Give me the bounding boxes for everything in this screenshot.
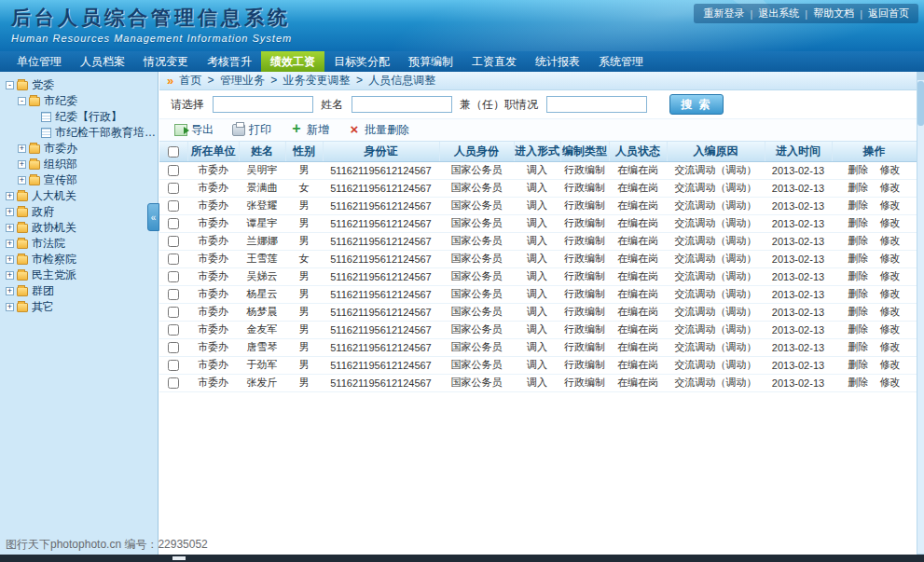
row-checkbox[interactable]: [168, 200, 179, 212]
delete-link[interactable]: 删除: [848, 288, 869, 299]
select-all-checkbox[interactable]: [168, 146, 179, 158]
row-checkbox[interactable]: [168, 289, 179, 300]
nav-item-6[interactable]: 目标奖分配: [324, 51, 399, 72]
tree-item[interactable]: -市纪委: [0, 93, 158, 109]
delete-link[interactable]: 删除: [848, 182, 869, 193]
delete-link[interactable]: 删除: [848, 217, 869, 228]
delete-link[interactable]: 删除: [848, 341, 869, 352]
nav-item-3[interactable]: 情况变更: [134, 51, 198, 72]
edit-link[interactable]: 修改: [880, 306, 901, 317]
top-link-4[interactable]: 返回首页: [868, 7, 909, 21]
delete-link[interactable]: 删除: [848, 199, 869, 211]
tree-item[interactable]: 纪委【行政】: [0, 109, 158, 125]
tree-expander-icon[interactable]: +: [6, 192, 14, 200]
row-checkbox[interactable]: [168, 360, 179, 371]
delete-link[interactable]: 删除: [848, 306, 869, 317]
tree-item[interactable]: +组织部: [0, 157, 158, 172]
breadcrumb-item-1[interactable]: 首页: [179, 74, 201, 87]
delete-link[interactable]: 删除: [848, 235, 869, 246]
tree-item[interactable]: +其它: [0, 299, 158, 315]
nav-item-8[interactable]: 工资直发: [462, 51, 526, 72]
breadcrumb-item-3[interactable]: 业务变更调整: [283, 74, 351, 87]
edit-link[interactable]: 修改: [880, 341, 901, 352]
row-checkbox[interactable]: [168, 324, 179, 336]
row-checkbox[interactable]: [168, 271, 179, 282]
row-checkbox[interactable]: [168, 218, 179, 229]
edit-link[interactable]: 修改: [880, 359, 901, 370]
toolbar-add-button[interactable]: 新增: [283, 122, 337, 138]
nav-item-9[interactable]: 统计报表: [526, 51, 589, 72]
row-checkbox[interactable]: [168, 377, 179, 389]
cell-date: 2013-02-13: [765, 161, 832, 179]
row-checkbox[interactable]: [168, 254, 179, 265]
tree-item[interactable]: +市法院: [0, 236, 158, 252]
toolbar-print-button[interactable]: 打印: [225, 122, 279, 138]
edit-link[interactable]: 修改: [880, 235, 901, 246]
search-input-3[interactable]: [546, 96, 647, 113]
tree-item[interactable]: +市委办: [0, 141, 158, 157]
edit-link[interactable]: 修改: [880, 182, 901, 193]
row-checkbox[interactable]: [168, 183, 179, 194]
tree-expander-icon[interactable]: +: [6, 271, 14, 280]
row-checkbox[interactable]: [168, 342, 179, 353]
tree-expander-icon[interactable]: -: [18, 97, 26, 105]
tree-item[interactable]: +政协机关: [0, 220, 158, 236]
search-button[interactable]: 搜 索: [669, 94, 724, 115]
tree-item[interactable]: 市纪检干部教育培训中心: [0, 125, 158, 141]
nav-item-7[interactable]: 预算编制: [399, 51, 462, 72]
tree-item[interactable]: +政府: [0, 204, 158, 220]
nav-item-5[interactable]: 绩效工资: [261, 51, 324, 72]
tree-expander-icon[interactable]: +: [6, 240, 14, 248]
edit-link[interactable]: 修改: [880, 288, 901, 299]
nav-item-4[interactable]: 考核晋升: [198, 51, 261, 72]
top-link-1[interactable]: 重新登录: [703, 7, 744, 21]
tree-expander-icon[interactable]: +: [6, 208, 14, 216]
top-link-2[interactable]: 退出系统: [758, 7, 799, 21]
tree-expander-icon[interactable]: +: [6, 287, 14, 295]
edit-link[interactable]: 修改: [880, 164, 901, 175]
nav-item-10[interactable]: 系统管理: [589, 51, 653, 72]
tree-item[interactable]: +民主党派: [0, 267, 158, 283]
delete-link[interactable]: 删除: [848, 323, 869, 335]
tree-expander-icon[interactable]: +: [6, 255, 14, 264]
edit-link[interactable]: 修改: [880, 199, 901, 211]
tree-item[interactable]: +群团: [0, 283, 158, 299]
search-input-2[interactable]: [352, 96, 452, 113]
sidebar-collapse-handle[interactable]: «: [147, 203, 159, 231]
row-checkbox[interactable]: [168, 165, 179, 176]
edit-link[interactable]: 修改: [880, 377, 901, 388]
breadcrumb-item-2[interactable]: 管理业务: [220, 74, 265, 87]
folder-icon: [17, 255, 28, 265]
edit-link[interactable]: 修改: [880, 323, 901, 335]
toolbar-export-button[interactable]: 导出: [167, 122, 221, 138]
nav-item-2[interactable]: 人员档案: [71, 51, 134, 72]
tree-item[interactable]: -党委: [0, 77, 158, 93]
tree-expander-icon[interactable]: +: [18, 144, 26, 153]
edit-link[interactable]: 修改: [880, 217, 901, 228]
tree-expander-icon[interactable]: +: [18, 176, 26, 185]
nav-item-1[interactable]: 单位管理: [7, 51, 71, 72]
toolbar-batch-delete-button[interactable]: 批量删除: [340, 122, 417, 138]
scrollbar-thumb[interactable]: [917, 81, 924, 126]
vertical-scrollbar[interactable]: [917, 72, 924, 562]
tree-expander-icon[interactable]: -: [6, 81, 14, 89]
tree-item[interactable]: +市检察院: [0, 252, 158, 267]
delete-link[interactable]: 删除: [848, 377, 869, 388]
search-input-1[interactable]: [213, 96, 313, 113]
tree-expander-icon[interactable]: +: [6, 303, 14, 311]
tree-item[interactable]: +人大机关: [0, 188, 158, 204]
tree-expander-icon[interactable]: +: [18, 160, 26, 169]
row-checkbox[interactable]: [168, 236, 179, 247]
scroll-up-icon[interactable]: [917, 72, 924, 80]
delete-link[interactable]: 删除: [848, 270, 869, 281]
column-header: 所在单位: [187, 142, 239, 161]
tree-item[interactable]: +宣传部: [0, 172, 158, 188]
row-checkbox[interactable]: [168, 307, 179, 318]
delete-link[interactable]: 删除: [848, 359, 869, 370]
top-link-3[interactable]: 帮助文档: [813, 7, 854, 21]
edit-link[interactable]: 修改: [880, 270, 901, 281]
edit-link[interactable]: 修改: [880, 253, 901, 264]
delete-link[interactable]: 删除: [848, 253, 869, 264]
tree-expander-icon[interactable]: +: [6, 224, 14, 232]
delete-link[interactable]: 删除: [848, 164, 869, 175]
